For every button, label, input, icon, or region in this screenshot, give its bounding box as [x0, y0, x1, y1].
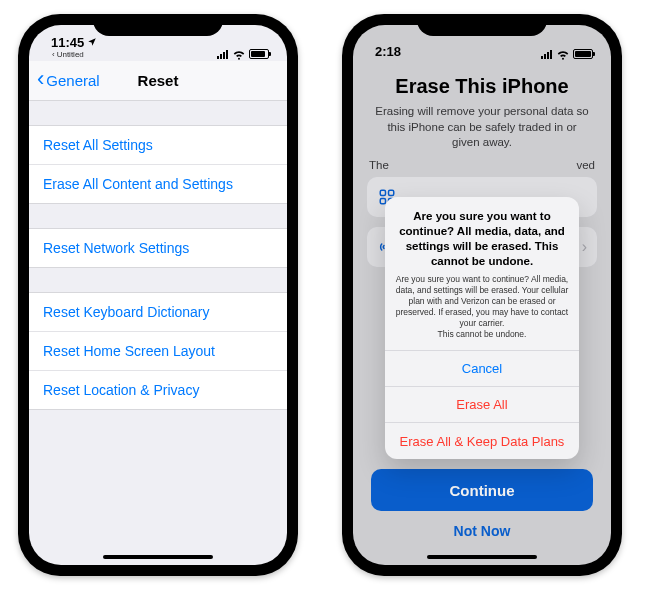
status-time: 11:45: [51, 35, 84, 50]
settings-group-3: Reset Keyboard Dictionary Reset Home Scr…: [29, 292, 287, 410]
screen-reset-settings: 11:45 ‹ Untitled: [29, 25, 287, 565]
alert-erase-all-button[interactable]: Erase All: [385, 387, 579, 423]
home-indicator[interactable]: [427, 555, 537, 559]
phone-left: 11:45 ‹ Untitled: [18, 14, 298, 576]
row-reset-keyboard[interactable]: Reset Keyboard Dictionary: [29, 293, 287, 332]
wifi-icon: [232, 49, 245, 59]
notch: [417, 14, 547, 36]
nav-title: Reset: [29, 72, 287, 89]
settings-group-1: Reset All Settings Erase All Content and…: [29, 125, 287, 204]
row-reset-home-screen[interactable]: Reset Home Screen Layout: [29, 332, 287, 371]
alert-cancel-button[interactable]: Cancel: [385, 351, 579, 387]
confirm-erase-alert: Are you sure you want to continue? All m…: [385, 197, 579, 459]
alert-title: Are you sure you want to continue? All m…: [395, 209, 569, 269]
nav-bar: ‹ General Reset: [29, 61, 287, 101]
settings-group-2: Reset Network Settings: [29, 228, 287, 268]
row-reset-location-privacy[interactable]: Reset Location & Privacy: [29, 371, 287, 409]
alert-erase-keep-plans-button[interactable]: Erase All & Keep Data Plans: [385, 423, 579, 459]
row-reset-network[interactable]: Reset Network Settings: [29, 229, 287, 267]
home-indicator[interactable]: [103, 555, 213, 559]
safari-tab-indicator: ‹ Untitled: [52, 50, 84, 59]
row-reset-all-settings[interactable]: Reset All Settings: [29, 126, 287, 165]
tab-label: Untitled: [57, 50, 84, 59]
phone-right: 2:18 Erase This iPhone Erasing will remo…: [342, 14, 622, 576]
row-erase-all-content[interactable]: Erase All Content and Settings: [29, 165, 287, 203]
notch: [93, 14, 223, 36]
location-arrow-icon: [87, 35, 97, 50]
chevron-left-icon: ‹: [52, 50, 55, 59]
alert-message: Are you sure you want to continue? All m…: [395, 274, 569, 340]
battery-icon: [249, 49, 269, 59]
screen-erase-iphone: 2:18 Erase This iPhone Erasing will remo…: [353, 25, 611, 565]
cellular-signal-icon: [217, 49, 228, 59]
